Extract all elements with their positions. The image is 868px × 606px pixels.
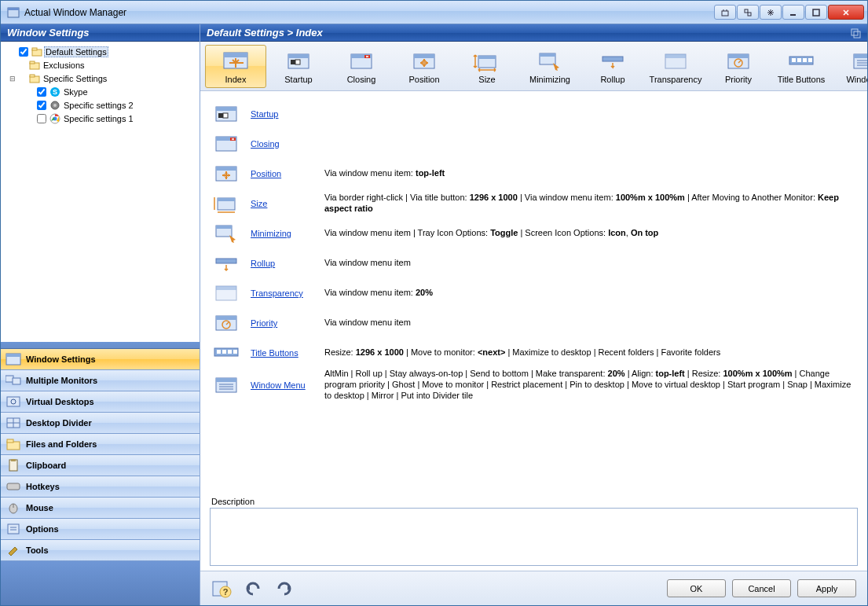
tree-default-checkbox[interactable] [19, 47, 28, 57]
nav-options[interactable]: Options [1, 519, 200, 540]
extra-button-2[interactable] [737, 5, 759, 20]
nav-files-folders[interactable]: Files and Folders [1, 434, 200, 455]
tree-item-label: Default Settings [44, 46, 108, 57]
redo-icon[interactable] [274, 579, 295, 598]
chrome-icon [49, 113, 60, 124]
nav-splitter[interactable] [1, 342, 200, 348]
index-icon [222, 49, 250, 72]
link-window-menu[interactable]: Window Menu [251, 380, 313, 390]
link-size[interactable]: Size [251, 199, 313, 208]
startup-icon [284, 49, 313, 72]
nav-label: Tools [26, 545, 49, 555]
link-priority[interactable]: Priority [251, 318, 313, 328]
toolbar-startup[interactable]: Startup [268, 45, 329, 88]
toolbar-transparency[interactable]: Transparency [645, 45, 706, 88]
toolbar-rollup[interactable]: Rollup [582, 45, 643, 88]
link-position[interactable]: Position [251, 169, 313, 178]
svg-rect-80 [216, 316, 236, 320]
link-transparency[interactable]: Transparency [251, 288, 313, 298]
hotkeys-icon [5, 479, 21, 494]
toolbar-closing[interactable]: Closing [331, 45, 392, 88]
settings-list: Startup Closing Position Via window menu… [200, 91, 867, 494]
position-icon [213, 162, 240, 185]
desc-minimizing: Via window menu item | Tray Icon Options… [324, 228, 658, 239]
tree-skype[interactable]: S Skype [32, 85, 200, 98]
toolbar-label: Closing [347, 75, 376, 84]
description-textarea[interactable] [210, 508, 858, 566]
nav-desktop-divider[interactable]: Desktop Divider [1, 413, 200, 434]
svg-rect-49 [540, 53, 555, 57]
nav-mouse[interactable]: Mouse [1, 498, 200, 519]
sidebar: Window Settings Default Settings Exclusi… [1, 24, 200, 605]
cancel-button[interactable]: Cancel [732, 579, 791, 597]
nav-multiple-monitors[interactable]: Multiple Monitors [1, 370, 200, 391]
toolbar-index[interactable]: Index [205, 45, 266, 88]
toolbar-size[interactable]: Size [456, 45, 518, 88]
toolbar-position[interactable]: Position [394, 45, 455, 88]
nav-virtual-desktops[interactable]: Virtual Desktops [1, 391, 200, 413]
svg-rect-39 [291, 60, 295, 64]
nav-clipboard[interactable]: Clipboard [1, 455, 200, 476]
maximize-button[interactable] [805, 5, 827, 20]
close-button[interactable] [828, 5, 864, 20]
tree-item-label: Specific settings 1 [62, 114, 135, 123]
toolbar-label: Startup [284, 75, 312, 84]
tree-specific-2[interactable]: Specific settings 2 [32, 98, 200, 112]
folder-icon [5, 437, 21, 451]
link-minimizing[interactable]: Minimizing [251, 229, 313, 238]
toolbar-minimizing[interactable]: Minimizing [519, 45, 580, 88]
clipboard-icon [5, 458, 21, 472]
toolbar-priority[interactable]: Priority [708, 45, 769, 88]
apply-button[interactable]: Apply [797, 579, 856, 597]
tree-specific-settings[interactable]: ⊟ Specific Settings [4, 72, 200, 85]
toolbar-label: Transparency [650, 75, 702, 84]
tree-item-label: Exclusions [42, 61, 86, 70]
link-title-buttons[interactable]: Title Buttons [251, 348, 313, 358]
svg-rect-83 [217, 350, 221, 354]
extra-button-3[interactable] [760, 5, 782, 20]
svg-rect-60 [808, 58, 812, 62]
svg-rect-88 [216, 378, 236, 382]
tree-s1-checkbox[interactable] [37, 114, 46, 123]
svg-rect-62 [854, 54, 867, 58]
tree-s2-checkbox[interactable] [37, 101, 46, 110]
svg-rect-40 [295, 60, 300, 64]
folder-icon [31, 46, 42, 57]
svg-rect-20 [6, 354, 20, 357]
svg-rect-38 [288, 54, 309, 58]
nav-tools[interactable]: Tools [1, 540, 200, 561]
nav-hotkeys[interactable]: Hotkeys [1, 476, 200, 498]
link-startup[interactable]: Startup [251, 109, 313, 119]
breadcrumb: Default Settings > Index [207, 27, 323, 39]
desc-transparency: Via window menu item: 20% [324, 288, 433, 299]
tree-default-settings[interactable]: Default Settings [4, 45, 200, 58]
svg-rect-86 [233, 350, 237, 354]
nav-label: Hotkeys [26, 482, 60, 491]
collapse-icon[interactable]: ⊟ [7, 75, 17, 83]
help-icon[interactable]: ? [211, 579, 232, 598]
minimize-button[interactable] [782, 5, 804, 20]
row-minimizing: Minimizing Via window menu item | Tray I… [213, 219, 855, 248]
toolbar-label: Position [408, 75, 439, 84]
svg-rect-29 [11, 459, 16, 461]
startup-icon [213, 102, 240, 126]
tree-skype-checkbox[interactable] [37, 87, 46, 97]
extra-button-1[interactable] [714, 5, 736, 20]
svg-rect-50 [602, 57, 623, 61]
undo-icon[interactable] [243, 579, 263, 598]
ok-button[interactable]: OK [667, 579, 726, 597]
svg-rect-6 [813, 9, 819, 16]
copy-icon[interactable] [850, 28, 861, 39]
tree-exclusions[interactable]: Exclusions [4, 58, 200, 72]
link-rollup[interactable]: Rollup [251, 259, 313, 268]
nav-window-settings[interactable]: Window Settings [1, 349, 200, 370]
transparency-icon [661, 49, 690, 72]
toolbar-title-buttons[interactable]: Title Buttons [771, 45, 832, 88]
svg-point-16 [53, 104, 57, 107]
tree-specific-1[interactable]: Specific settings 1 [32, 112, 200, 125]
toolbar-label: Size [478, 75, 495, 84]
toolbar-window-menu[interactable]: Window I [833, 45, 867, 88]
link-closing[interactable]: Closing [251, 139, 313, 149]
toolbar-label: Window I [846, 75, 867, 84]
window-title: Actual Window Manager [24, 7, 714, 18]
